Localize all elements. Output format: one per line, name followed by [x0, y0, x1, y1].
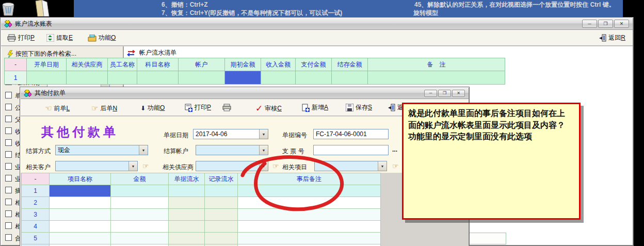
table-cell[interactable] — [108, 71, 137, 85]
audit-button[interactable]: ✓ 审核C — [255, 103, 282, 114]
function-button[interactable]: ⬇ 功能O — [140, 104, 165, 112]
sidebar-checkbox[interactable] — [5, 104, 12, 110]
function-button[interactable]: 功能O — [88, 34, 116, 42]
save-button[interactable]: 保存S — [346, 103, 372, 112]
table-cell[interactable] — [50, 209, 111, 221]
table-cell[interactable]: 1 — [21, 185, 50, 197]
table-cell[interactable] — [368, 71, 505, 85]
table-cell[interactable] — [169, 209, 205, 221]
table-cell[interactable] — [238, 221, 381, 233]
column-header[interactable]: 相关供应商 — [67, 58, 108, 71]
sidebar-checkbox[interactable] — [5, 199, 12, 205]
table-cell[interactable] — [169, 221, 205, 233]
table-cell[interactable] — [50, 185, 111, 197]
column-header[interactable]: 单据流水 — [169, 173, 205, 185]
table-cell[interactable] — [296, 71, 332, 85]
column-header[interactable]: 开单日期 — [27, 58, 67, 71]
supplier-combo[interactable]: ▼ — [196, 161, 268, 171]
more-button[interactable]: ... — [392, 146, 397, 153]
column-header[interactable]: 记录流水 — [205, 173, 238, 185]
table-cell[interactable] — [205, 185, 238, 197]
back-button[interactable]: 返回R — [599, 34, 625, 42]
column-header[interactable]: - — [21, 173, 50, 185]
sidebar-checkbox[interactable] — [5, 222, 12, 229]
column-header[interactable]: - — [4, 58, 27, 71]
table-cell[interactable] — [111, 209, 169, 221]
table-cell[interactable] — [332, 71, 368, 85]
search-by-conditions-button[interactable]: 按照下面的条件检索... — [7, 50, 76, 58]
sidebar-checkbox[interactable] — [5, 116, 12, 122]
pointing-hand-icon[interactable]: ☞ — [142, 162, 149, 170]
main-titlebar[interactable]: 账户流水账表 ─ ❐ ✕ — [1, 18, 633, 30]
check-no-input[interactable] — [313, 145, 389, 155]
folder-icon[interactable] — [28, 0, 53, 17]
table-cell[interactable] — [205, 197, 238, 209]
column-header[interactable]: 金额 — [111, 173, 169, 185]
add-new-button[interactable]: 新增A — [302, 103, 328, 112]
print-button[interactable]: 打印P — [7, 34, 35, 42]
minimize-button[interactable]: ─ — [582, 20, 597, 28]
column-header[interactable]: 科目名称 — [137, 58, 179, 71]
table-cell[interactable] — [225, 71, 261, 85]
table-cell[interactable] — [169, 197, 205, 209]
table-cell[interactable] — [27, 71, 67, 85]
column-header[interactable]: 员工名称 — [108, 58, 137, 71]
table-cell[interactable] — [238, 209, 381, 221]
table-cell[interactable]: 2 — [21, 197, 50, 209]
column-header[interactable]: 项目名称 — [50, 173, 111, 185]
table-cell[interactable] — [111, 197, 169, 209]
sidebar-checkbox[interactable] — [5, 187, 12, 193]
column-header[interactable]: 收入金额 — [261, 58, 296, 71]
settle-account-combo[interactable]: ▼ — [196, 145, 268, 155]
table-cell[interactable]: 5 — [21, 233, 50, 244]
close-button[interactable]: ✕ — [452, 90, 465, 97]
table-cell[interactable]: 1 — [4, 71, 27, 85]
column-header[interactable]: 支付金额 — [296, 58, 332, 71]
table-cell[interactable] — [137, 71, 179, 85]
table-cell[interactable] — [205, 209, 238, 221]
maximize-button[interactable]: ❐ — [438, 90, 451, 97]
sidebar-checkbox[interactable] — [5, 175, 12, 182]
table-cell[interactable] — [238, 197, 381, 209]
sidebar-checkbox[interactable] — [5, 92, 12, 99]
sidebar-checkbox[interactable] — [5, 139, 12, 146]
doc-date-combo[interactable]: 2017-04-06▼ — [193, 129, 268, 139]
chevron-down-icon[interactable]: ▼ — [259, 129, 268, 139]
table-cell[interactable] — [179, 71, 225, 85]
recycle-bin-icon[interactable] — [1, 1, 16, 17]
table-cell[interactable] — [50, 197, 111, 209]
prev-doc-button[interactable]: ☜ 前单L — [45, 104, 70, 113]
table-cell[interactable]: 3 — [21, 209, 50, 221]
table-cell[interactable] — [50, 221, 111, 233]
table-cell[interactable] — [205, 233, 238, 244]
table-cell[interactable] — [111, 185, 169, 197]
close-button[interactable]: ✕ — [614, 20, 629, 28]
extract-button[interactable]: 提取E — [46, 34, 73, 42]
project-combo[interactable]: ▼ — [314, 161, 387, 171]
table-cell[interactable] — [111, 233, 169, 244]
column-header[interactable]: 结存金额 — [332, 58, 368, 71]
chevron-down-icon[interactable]: ▼ — [259, 161, 268, 171]
printer-icon[interactable] — [222, 104, 231, 111]
table-cell[interactable] — [205, 221, 238, 233]
column-header[interactable]: 帐户 — [179, 58, 225, 71]
print-button[interactable]: 打印P — [184, 103, 211, 112]
chevron-down-icon[interactable]: ▼ — [139, 145, 148, 155]
column-header[interactable]: 备 注 — [368, 58, 505, 71]
chevron-down-icon[interactable]: ▼ — [378, 161, 387, 171]
sidebar-checkbox[interactable] — [5, 151, 12, 158]
maximize-button[interactable]: ❐ — [598, 20, 613, 28]
column-header[interactable]: 事后备注 — [238, 173, 381, 185]
next-doc-button[interactable]: ☞ 后单N — [91, 104, 117, 113]
table-cell[interactable] — [50, 233, 111, 244]
table-cell[interactable] — [238, 185, 381, 197]
chevron-down-icon[interactable]: ▼ — [128, 161, 137, 171]
table-cell[interactable]: 4 — [21, 221, 50, 233]
column-header[interactable]: 期初金额 — [225, 58, 261, 71]
chevron-down-icon[interactable]: ▼ — [259, 145, 268, 155]
table-cell[interactable] — [67, 71, 108, 85]
sidebar-checkbox[interactable] — [5, 210, 12, 217]
table-cell[interactable] — [261, 71, 296, 85]
customer-combo[interactable]: ▼ — [55, 161, 138, 171]
table-cell[interactable] — [238, 233, 381, 244]
